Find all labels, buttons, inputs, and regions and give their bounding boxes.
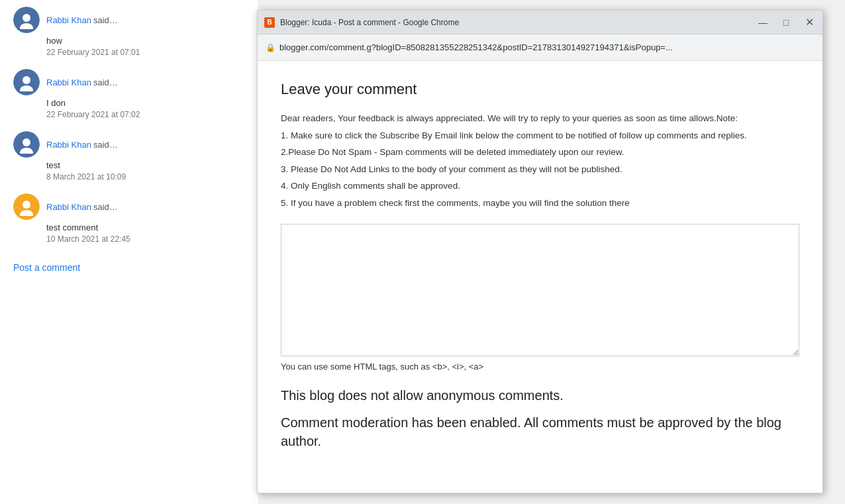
comment-text: test comment — [46, 223, 245, 232]
chrome-window: B Blogger: Icuda - Post a comment - Goog… — [257, 10, 823, 493]
chrome-addressbar: 🔒 blogger.com/comment.g?blogID=850828135… — [258, 34, 822, 61]
avatar — [13, 193, 40, 220]
chrome-tab-title: Blogger: Icuda - Post a comment - Google… — [280, 18, 756, 27]
comment-header: Rabbi Khan said… — [13, 193, 245, 220]
comment-text: I don — [46, 98, 245, 108]
instructions: Dear readers, Your feedback is always ap… — [281, 111, 799, 211]
moderation-notice: Comment moderation has been enabled. All… — [281, 413, 799, 450]
url-bar[interactable]: blogger.com/comment.g?blogID=85082813552… — [279, 42, 815, 52]
avatar — [13, 131, 40, 158]
svg-point-2 — [23, 76, 30, 84]
instruction-3: 3. Please Do Not Add Links to the body o… — [281, 162, 799, 177]
instruction-1: 1. Make sure to click the Subscribe By E… — [281, 128, 799, 143]
window-controls: — □ ✕ — [756, 16, 816, 29]
lock-icon: 🔒 — [266, 43, 275, 52]
comment-block: Rabbi Khan said… test 8 March 2021 at 10… — [13, 131, 245, 181]
svg-point-5 — [20, 148, 33, 154]
instruction-5: 5. If you have a problem check first the… — [281, 196, 799, 211]
svg-point-1 — [20, 23, 33, 29]
comment-time: 8 March 2021 at 10:09 — [46, 172, 245, 181]
intro-text: Dear readers, Your feedback is always ap… — [281, 111, 799, 126]
comment-block: Rabbi Khan said… I don 22 February 2021 … — [13, 69, 245, 119]
author-name[interactable]: Rabbi Khan — [46, 202, 91, 212]
chrome-titlebar: B Blogger: Icuda - Post a comment - Goog… — [258, 11, 822, 34]
instruction-4: 4. Only English comments shall be approv… — [281, 179, 799, 193]
comment-said: said… — [93, 202, 118, 212]
comment-said: said… — [93, 15, 118, 25]
comment-block: Rabbi Khan said… how 22 February 2021 at… — [13, 7, 245, 57]
svg-point-4 — [23, 138, 30, 146]
svg-point-6 — [23, 201, 30, 209]
comment-said: said… — [93, 140, 118, 150]
no-anonymous-notice: This blog does not allow anonymous comme… — [281, 388, 799, 403]
comment-block: Rabbi Khan said… test comment 10 March 2… — [13, 193, 245, 244]
avatar — [13, 7, 40, 33]
minimize-button[interactable]: — — [756, 16, 770, 29]
author-name[interactable]: Rabbi Khan — [46, 77, 91, 87]
svg-point-0 — [23, 14, 30, 22]
comment-time: 22 February 2021 at 07:01 — [46, 48, 245, 57]
comment-header: Rabbi Khan said… — [13, 7, 245, 33]
blog-sidebar: Rabbi Khan said… how 22 February 2021 at… — [0, 0, 258, 504]
comment-text: how — [46, 36, 245, 46]
post-comment-link[interactable]: Post a comment — [13, 262, 80, 273]
maximize-button[interactable]: □ — [779, 16, 793, 29]
svg-point-3 — [20, 85, 33, 91]
comment-header: Rabbi Khan said… — [13, 69, 245, 95]
comment-header: Rabbi Khan said… — [13, 131, 245, 158]
html-tags-note: You can use some HTML tags, such as <b>,… — [281, 362, 799, 372]
comment-textarea[interactable] — [281, 224, 799, 356]
form-heading: Leave your comment — [281, 81, 799, 98]
comment-text: test — [46, 160, 245, 170]
avatar — [13, 69, 40, 95]
close-button[interactable]: ✕ — [803, 16, 816, 29]
comment-said: said… — [93, 77, 118, 87]
comment-time: 10 March 2021 at 22:45 — [46, 234, 245, 244]
chrome-content: Leave your comment Dear readers, Your fe… — [258, 61, 822, 493]
author-name[interactable]: Rabbi Khan — [46, 140, 91, 150]
author-name[interactable]: Rabbi Khan — [46, 15, 91, 25]
comment-time: 22 February 2021 at 07:02 — [46, 110, 245, 119]
instruction-2: 2.Please Do Not Spam - Spam comments wil… — [281, 145, 799, 160]
svg-point-7 — [20, 210, 33, 216]
blogger-favicon: B — [264, 17, 275, 28]
